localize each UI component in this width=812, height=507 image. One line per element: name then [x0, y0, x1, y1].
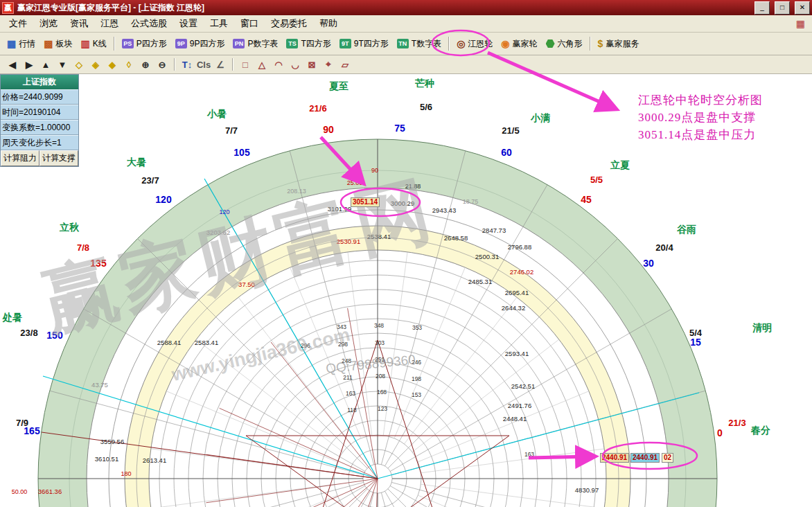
angle-tool-icon[interactable]: ∠: [212, 58, 229, 71]
text-tool-icon[interactable]: T↕: [179, 58, 195, 71]
wheel-label: 163: [346, 390, 355, 397]
nine-t-square-button[interactable]: 9T9T四方形: [335, 35, 393, 53]
t-number-table-icon: TN: [397, 39, 409, 48]
triangle-tool-icon[interactable]: △: [254, 58, 270, 71]
p-square-button[interactable]: PSP四方形: [118, 35, 171, 53]
kline-button[interactable]: ▥K线: [76, 35, 110, 53]
toolbar-separator: [114, 37, 115, 51]
wheel-label: 180: [121, 470, 131, 477]
wheel-label: 4830.97: [575, 486, 599, 494]
winner-wheel-icon: ◉: [501, 39, 509, 48]
polygon-tool-icon[interactable]: ▱: [337, 58, 353, 71]
diamond-tool-1-icon[interactable]: ◇: [71, 58, 87, 71]
wheel-label: 立秋: [59, 222, 80, 233]
crosshair-tool-icon[interactable]: ⌖: [320, 57, 337, 71]
arc-up-tool-icon[interactable]: ◠: [270, 58, 287, 71]
wheel-label: 120: [155, 194, 172, 205]
box-x-tool-icon[interactable]: ⊠: [303, 58, 320, 71]
wheel-label: 343: [337, 323, 346, 330]
menu-item[interactable]: 设置: [173, 15, 204, 32]
wheel-label: 3610.51: [95, 455, 118, 463]
nav-left-icon[interactable]: ◀: [4, 58, 21, 71]
t-square-button[interactable]: TST四方形: [282, 35, 335, 53]
close-button[interactable]: ✕: [795, 1, 810, 15]
diamond-tool-4-icon[interactable]: ◊: [121, 58, 137, 71]
wheel-label: 2644.32: [502, 304, 525, 312]
nine-p-square-icon: 9P: [175, 39, 187, 48]
arc-down-tool-icon[interactable]: ◡: [287, 58, 303, 71]
menu-item[interactable]: 窗口: [234, 15, 265, 32]
minimize-button[interactable]: _: [754, 1, 770, 15]
menu-item[interactable]: 帮助: [313, 15, 344, 32]
sectors-icon: ▩: [44, 39, 53, 48]
wheel-label: 248: [342, 357, 351, 364]
gann-wheel: 夏至芒种小暑小满大暑立夏立秋谷雨处暑清明春分21/65/67/721/523/7…: [0, 74, 812, 507]
diamond-tool-3-icon[interactable]: ◆: [104, 58, 121, 71]
menu-item[interactable]: 资讯: [64, 15, 94, 32]
nav-right-icon[interactable]: ▶: [21, 58, 37, 71]
cls-tool-icon[interactable]: Cls: [195, 58, 212, 71]
marker-up-icon[interactable]: ▲: [37, 58, 54, 71]
toolbar-separator: [448, 37, 450, 51]
drawing-toolbar: ◀▶▲▼◇◈◆◊⊕⊖T↕Cls∠□△◠◡⊠⌖▱: [0, 55, 812, 74]
wheel-label: 298: [338, 341, 348, 348]
wheel-label: 60: [501, 147, 512, 158]
calc-buttons: 计算阻力 计算支撑: [1, 150, 78, 166]
calc-resistance-button[interactable]: 计算阻力: [1, 150, 39, 166]
wheel-label: 246: [412, 359, 421, 366]
wheel-label: 大暑: [127, 157, 146, 168]
rect-tool-icon[interactable]: □: [237, 58, 254, 71]
diamond-tool-2-icon[interactable]: ◈: [87, 58, 104, 71]
wheel-label: 30: [643, 258, 654, 269]
wheel-label: 150: [46, 330, 63, 341]
wheel-label: 2491.76: [508, 402, 531, 409]
wheel-label: 348: [374, 322, 384, 329]
menu-corner-grid-icon[interactable]: ▦: [792, 18, 809, 29]
zoom-in-icon[interactable]: ⊕: [137, 58, 154, 71]
maximize-button[interactable]: □: [775, 1, 790, 15]
toolbar-item-label: T四方形: [301, 38, 330, 50]
drawbar-separator: [174, 58, 175, 71]
menu-item[interactable]: 工具: [204, 15, 234, 32]
wheel-label: 清明: [752, 322, 772, 333]
gann-wheel-button[interactable]: ◎江恩轮: [452, 35, 497, 53]
main-toolbar: ▦行情▩板块▥K线PSP四方形9P9P四方形PNP数字表TST四方形9T9T四方…: [0, 33, 812, 55]
winner-service-icon: $: [598, 39, 603, 48]
wheel-label: 45: [581, 194, 592, 205]
winner-wheel-button[interactable]: ◉赢家轮: [497, 35, 541, 53]
toolbar-item-label: T数字表: [412, 38, 441, 50]
menu-item[interactable]: 交易委托: [265, 15, 313, 32]
wheel-label: 120: [219, 208, 229, 215]
toolbar-item-label: 江恩轮: [468, 38, 493, 50]
wheel-label: 23/7: [141, 175, 159, 186]
wheel-label: 7/7: [225, 125, 238, 136]
wheel-label: 21.88: [405, 183, 421, 190]
menu-item[interactable]: 浏览: [33, 15, 64, 32]
wheel-label: 153: [412, 391, 421, 398]
p-number-table-button[interactable]: PNP数字表: [229, 35, 282, 53]
winner-service-button[interactable]: $赢家服务: [594, 35, 644, 53]
wheel-label: 夏至: [329, 80, 348, 91]
wheel-label: 3101.99: [328, 205, 351, 213]
nine-p-square-button[interactable]: 9P9P四方形: [171, 35, 229, 53]
wheel-label: 2588.41: [157, 339, 181, 346]
menu-item[interactable]: 公式选股: [125, 15, 173, 32]
sectors-button[interactable]: ▩板块: [39, 35, 76, 53]
app-logo-icon: 赢: [2, 2, 14, 14]
toolbar-item-label: 行情: [19, 38, 35, 50]
symbol-info-panel: 上证指数 价格=2440.9099时间=20190104变换系数=1.00000…: [0, 74, 79, 167]
t-number-table-button[interactable]: TNT数字表: [393, 35, 445, 53]
menu-item[interactable]: 文件: [3, 15, 33, 32]
toolbar-item-label: 六角形: [558, 38, 583, 50]
hexagon-button[interactable]: 六角形: [542, 35, 587, 53]
wheel-label: 2448.41: [503, 415, 527, 423]
marker-down-icon[interactable]: ▼: [54, 58, 71, 71]
quotes-grid-button[interactable]: ▦行情: [3, 35, 39, 53]
zoom-out-icon[interactable]: ⊖: [154, 58, 170, 71]
menu-item[interactable]: 江恩: [94, 15, 125, 32]
wheel-label: 353: [412, 324, 422, 331]
wheel-label: 43.75: [91, 381, 108, 389]
calc-support-button[interactable]: 计算支撑: [39, 150, 78, 166]
wheel-label: 163: [524, 451, 534, 458]
p-square-icon: PS: [122, 39, 134, 48]
